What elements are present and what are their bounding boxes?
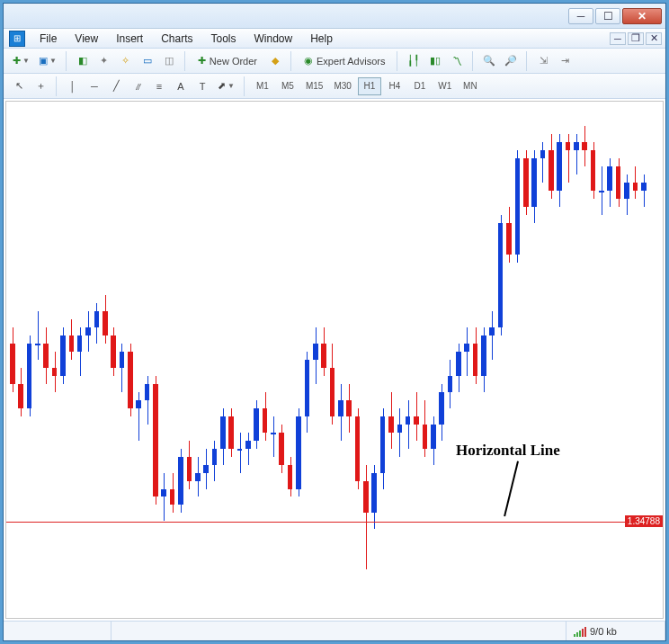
candle-wick [576, 134, 577, 174]
candle-body [489, 327, 495, 335]
candle-body [473, 344, 478, 376]
chart-shift-button[interactable]: ⇥ [555, 51, 575, 71]
new-order-label: New Order [210, 56, 257, 67]
candle-body [145, 384, 150, 400]
arrows-button[interactable]: ⬈▼ [214, 76, 238, 96]
zoom-in-button[interactable]: 🔍 [479, 51, 499, 71]
profiles-icon: ▣ [39, 55, 48, 67]
tf-w1[interactable]: W1 [433, 77, 457, 95]
maximize-button[interactable]: ☐ [595, 8, 620, 24]
separator [472, 51, 474, 71]
chevron-down-icon: ▼ [227, 82, 235, 90]
mdi-close-button[interactable]: ✕ [646, 32, 662, 45]
candle-body [582, 142, 587, 150]
auto-scroll-button[interactable]: ⇲ [533, 51, 553, 71]
line-chart-button[interactable]: 〽 [447, 51, 467, 71]
candle-wick [248, 433, 249, 465]
data-window-button[interactable]: ✦ [94, 51, 114, 71]
statusbar: 9/0 kb [4, 621, 665, 640]
tf-mn[interactable]: MN [459, 77, 482, 95]
menu-help[interactable]: Help [301, 29, 342, 49]
tf-m5[interactable]: M5 [276, 77, 299, 95]
status-connection[interactable]: 9/0 kb [566, 622, 665, 640]
profiles-button[interactable]: ▣▼ [35, 51, 60, 71]
candle-body [10, 344, 15, 384]
candle-wick [467, 327, 468, 376]
channel-icon: ⫽ [133, 81, 143, 92]
terminal-button[interactable]: ▭ [138, 51, 157, 71]
close-button[interactable]: ✕ [622, 8, 662, 24]
menu-view[interactable]: View [66, 29, 107, 49]
tf-h4[interactable]: H4 [383, 77, 406, 95]
menu-charts[interactable]: Charts [152, 29, 201, 49]
trendline-button[interactable]: ╱ [106, 76, 126, 96]
horizontal-line[interactable] [6, 522, 663, 523]
candle-body [481, 335, 486, 376]
terminal-icon: ▭ [143, 55, 152, 67]
toolbar-main: ✚▼ ▣▼ ◧ ✦ ✧ ▭ ◫ ✚ New Order ◆ ◉ Expert A… [4, 49, 665, 74]
new-order-button[interactable]: ✚ New Order [192, 51, 263, 71]
candle-body [523, 158, 529, 207]
tf-h1[interactable]: H1 [358, 77, 381, 95]
text-label-button[interactable]: T [192, 76, 212, 96]
crosshair-icon: ＋ [36, 79, 46, 93]
ea-icon: ◉ [304, 55, 313, 67]
menu-insert[interactable]: Insert [107, 29, 152, 49]
candle-wick [164, 473, 165, 522]
tf-m30[interactable]: M30 [329, 77, 355, 95]
market-watch-button[interactable]: ◧ [73, 51, 93, 71]
candle-body [540, 150, 546, 158]
candle-body [153, 384, 158, 497]
candle-wick [542, 142, 543, 183]
new-chart-button[interactable]: ✚▼ [9, 51, 33, 71]
mdi-minimize-button[interactable]: ─ [610, 32, 626, 45]
status-cell [112, 622, 566, 640]
navigator-button[interactable]: ✧ [116, 51, 136, 71]
fibonacci-button[interactable]: ≡ [149, 76, 169, 96]
zoom-out-button[interactable]: 🔎 [501, 51, 521, 71]
tf-m1[interactable]: M1 [251, 77, 274, 95]
crosshair-button[interactable]: ＋ [31, 76, 50, 96]
mdi-restore-button[interactable]: ❐ [628, 32, 644, 45]
candle-body [439, 392, 444, 425]
candle-body [296, 416, 301, 489]
ea-label: Expert Advisors [317, 56, 385, 67]
chart-canvas[interactable]: Horizontal Line 1.34788 [5, 101, 664, 619]
candle-body [203, 465, 209, 473]
menu-window[interactable]: Window [245, 29, 302, 49]
expert-advisors-button[interactable]: ◉ Expert Advisors [298, 51, 391, 71]
candle-body [321, 344, 326, 368]
candle-body [254, 408, 259, 441]
candle-body [531, 158, 537, 207]
bar-chart-button[interactable]: ╽╿ [404, 51, 424, 71]
cursor-button[interactable]: ↖ [9, 76, 29, 96]
candle-body [406, 416, 411, 425]
candle-body [52, 368, 58, 376]
candle-body [220, 416, 226, 449]
plus-chart-icon: ✚ [13, 55, 21, 67]
menubar: ⊞ File View Insert Charts Tools Window H… [4, 29, 665, 49]
candle-body [60, 335, 66, 376]
new-order-icon: ✚ [198, 55, 206, 67]
text-button[interactable]: A [171, 76, 191, 96]
metaeditor-button[interactable]: ◆ [265, 51, 285, 71]
tf-m15[interactable]: M15 [301, 77, 327, 95]
menu-tools[interactable]: Tools [202, 29, 245, 49]
candle-body [18, 384, 23, 408]
tf-d1[interactable]: D1 [408, 77, 432, 95]
menu-file[interactable]: File [31, 29, 66, 49]
candle-body [161, 489, 166, 497]
candle-body [448, 376, 453, 392]
strategy-tester-button[interactable]: ◫ [159, 51, 179, 71]
equidistant-channel-button[interactable]: ⫽ [128, 76, 147, 96]
candle-wick [273, 416, 274, 457]
vertical-line-button[interactable]: │ [63, 76, 83, 96]
app-icon: ⊞ [9, 31, 25, 47]
mdi-controls: ─ ❐ ✕ [610, 32, 662, 45]
minimize-button[interactable]: ─ [568, 8, 593, 24]
candle-body [566, 142, 571, 150]
candle-body [120, 352, 125, 368]
candle-chart-button[interactable]: ▮▯ [425, 51, 445, 71]
candle-body [271, 433, 276, 434]
horizontal-line-button[interactable]: ─ [85, 76, 104, 96]
